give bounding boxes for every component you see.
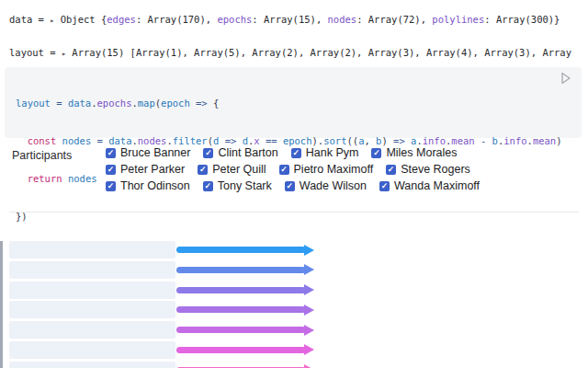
arrow-head-icon <box>304 245 314 256</box>
token-v: nodes <box>62 135 92 146</box>
participant-name: Miles Morales <box>386 146 457 159</box>
run-cell-button[interactable] <box>560 72 572 86</box>
token-pl: Object { <box>54 14 107 25</box>
participant-checkbox-item[interactable]: ✓Tony Stark <box>203 179 272 192</box>
checkbox-checked-icon[interactable]: ✓ <box>198 165 208 175</box>
inspector-output-layout[interactable]: layout = ▸ Array(15) [Array(1), Array(5)… <box>9 47 571 58</box>
arrow-head-icon <box>304 325 314 336</box>
arrow-shaft <box>176 347 306 353</box>
arrow-shaft <box>176 327 306 333</box>
chart-row-band <box>9 341 175 359</box>
arrow-head-icon <box>304 344 314 355</box>
checkbox-checked-icon[interactable]: ✓ <box>203 148 213 158</box>
checkbox-checked-icon[interactable]: ✓ <box>371 148 381 158</box>
token-p <box>16 173 28 184</box>
participant-checkbox-item[interactable]: ✓Pietro Maximoff <box>279 163 374 176</box>
token-pr: info <box>503 135 526 146</box>
token-kw: return <box>28 173 62 184</box>
inspector-output-data[interactable]: data = ▸ Object {edges: Array(170), epoc… <box>9 14 560 25</box>
participant-checkbox-item[interactable]: ✓Bruce Banner <box>106 146 190 159</box>
token-v: layout <box>16 98 51 109</box>
token-key: epochs <box>217 14 252 25</box>
checkbox-checked-icon[interactable]: ✓ <box>106 181 116 191</box>
participant-checkbox-item[interactable]: ✓Hank Pym <box>291 146 359 159</box>
token-pl: layout = <box>9 47 62 58</box>
participant-checkbox-item[interactable]: ✓Peter Quill <box>198 163 266 176</box>
chart-row <box>9 241 579 259</box>
participants-row: ✓Bruce Banner✓Clint Barton✓Hank Pym✓Mile… <box>106 144 492 161</box>
token-fn: map <box>138 98 155 109</box>
token-pl: : Array(72), <box>356 14 432 25</box>
participant-checkbox-item[interactable]: ✓Wanda Maximoff <box>379 179 480 192</box>
arrow-shaft <box>176 267 306 273</box>
participant-checkbox-item[interactable]: ✓Peter Parker <box>106 163 185 176</box>
token-p: { <box>213 98 219 109</box>
checkbox-checked-icon[interactable]: ✓ <box>106 148 116 158</box>
participant-name: Wade Wilson <box>300 179 367 192</box>
chart-row-band <box>9 321 175 339</box>
chart-row <box>9 362 579 368</box>
arrow-shaft <box>176 306 306 313</box>
chart-row <box>9 282 579 299</box>
token-pl: : Array(300)} <box>484 14 560 25</box>
chart-row-band <box>9 241 175 259</box>
chart-rows <box>9 241 579 368</box>
code-line-1[interactable]: layout = data.epochs.map(epoch => { <box>16 96 582 111</box>
checkbox-checked-icon[interactable]: ✓ <box>106 165 116 175</box>
participant-name: Tony Stark <box>218 179 272 192</box>
token-pl: Array(15) [Array(1), Array(5), Array(2),… <box>66 47 571 58</box>
chart-row-band <box>9 282 175 299</box>
participant-name: Peter Parker <box>120 163 185 176</box>
token-pl: : Array(170), <box>136 14 218 25</box>
token-p: ) <box>556 135 561 146</box>
play-icon <box>560 74 571 87</box>
cell-gutter-bar <box>0 241 3 368</box>
arrow-head-icon <box>304 364 314 368</box>
token-key: edges <box>107 14 136 25</box>
token-pr: mean <box>533 135 556 146</box>
participant-checkbox-item[interactable]: ✓Miles Morales <box>371 146 457 159</box>
token-key: nodes <box>328 14 357 25</box>
participants-grid: ✓Bruce Banner✓Clint Barton✓Hank Pym✓Mile… <box>106 144 492 194</box>
arrow-shaft <box>176 287 306 293</box>
token-key: polylines <box>432 14 484 25</box>
participant-name: Hank Pym <box>306 146 359 159</box>
participant-name: Steve Rogers <box>401 163 470 176</box>
token-o: => <box>190 98 213 109</box>
checkbox-checked-icon[interactable]: ✓ <box>291 148 301 158</box>
participant-checkbox-item[interactable]: ✓Wade Wilson <box>285 179 367 192</box>
participants-row: ✓Thor Odinson✓Tony Stark✓Wade Wilson✓Wan… <box>106 178 492 194</box>
chart-row <box>9 341 579 359</box>
participant-name: Clint Barton <box>218 146 277 159</box>
chart-row-band <box>9 301 175 318</box>
code-editor-cell[interactable]: layout = data.epochs.map(epoch => { cons… <box>5 67 582 138</box>
checkbox-checked-icon[interactable]: ✓ <box>285 181 295 191</box>
section-divider <box>9 212 579 213</box>
checkbox-checked-icon[interactable]: ✓ <box>386 165 396 175</box>
chart-row-band <box>9 261 175 279</box>
token-v: nodes <box>68 173 97 184</box>
checkbox-checked-icon[interactable]: ✓ <box>203 181 213 191</box>
participant-name: Wanda Maximoff <box>394 179 480 192</box>
participants-row: ✓Peter Parker✓Peter Quill✓Pietro Maximof… <box>106 161 492 178</box>
checkbox-checked-icon[interactable]: ✓ <box>379 181 390 191</box>
chart-row <box>9 321 579 339</box>
arrow-shaft <box>176 247 306 253</box>
participant-name: Peter Quill <box>212 163 266 176</box>
token-v: epoch <box>161 98 190 109</box>
arrow-head-icon <box>304 264 314 275</box>
checkbox-checked-icon[interactable]: ✓ <box>279 165 289 175</box>
participant-checkbox-item[interactable]: ✓Clint Barton <box>203 146 277 159</box>
participant-name: Bruce Banner <box>120 146 190 159</box>
token-o: = <box>51 98 68 109</box>
participant-name: Thor Odinson <box>120 179 190 192</box>
token-v: data <box>68 98 91 109</box>
participant-checkbox-item[interactable]: ✓Steve Rogers <box>386 163 470 176</box>
participant-checkbox-item[interactable]: ✓Thor Odinson <box>106 179 190 192</box>
chart-row <box>9 301 579 318</box>
token-p <box>16 135 28 146</box>
token-pl: data = <box>9 14 50 25</box>
token-pr: epochs <box>97 98 132 109</box>
participants-label: Participants <box>12 149 72 162</box>
arrow-head-icon <box>304 284 314 295</box>
